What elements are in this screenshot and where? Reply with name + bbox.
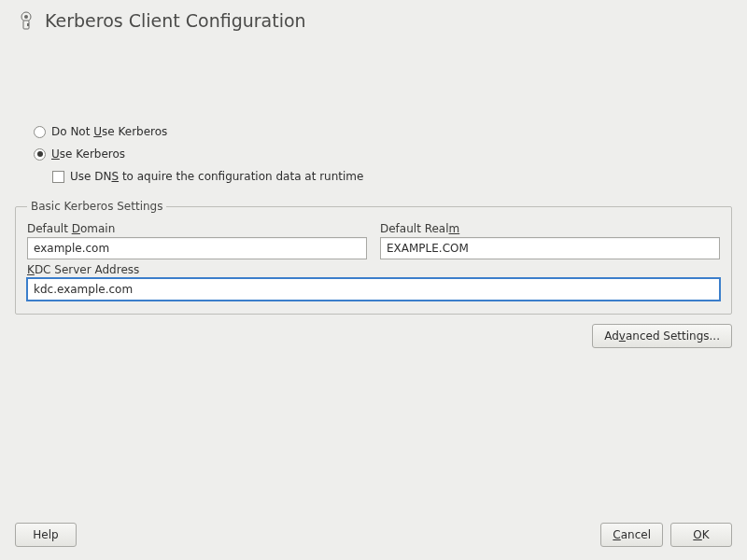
kerberos-icon — [15, 9, 37, 32]
radio-icon — [34, 126, 46, 138]
kdc-address-input[interactable] — [27, 278, 720, 301]
checkbox-icon — [52, 171, 64, 183]
basic-kerberos-settings-group: Basic Kerberos Settings Default Domain D… — [15, 200, 732, 315]
radio-icon — [34, 148, 46, 161]
svg-point-1 — [24, 15, 28, 19]
radio-label: Do Not Use Kerberos — [51, 125, 167, 138]
cancel-button[interactable]: Cancel — [600, 523, 663, 547]
kdc-address-label: KDC Server Address — [27, 263, 720, 276]
checkbox-use-dns[interactable]: Use DNS to aquire the configuration data… — [52, 170, 732, 183]
page-title: Kerberos Client Configuration — [45, 10, 306, 31]
kerberos-config-window: Kerberos Client Configuration Do Not Use… — [0, 0, 747, 560]
default-realm-input[interactable] — [380, 237, 720, 259]
radio-use-kerberos[interactable]: Use Kerberos — [34, 147, 732, 161]
kerberos-mode-options: Do Not Use Kerberos Use Kerberos Use DNS… — [34, 125, 732, 183]
radio-label: Use Kerberos — [51, 147, 125, 161]
default-domain-label: Default Domain — [27, 222, 367, 235]
window-title-row: Kerberos Client Configuration — [15, 9, 732, 32]
radio-do-not-use-kerberos[interactable]: Do Not Use Kerberos — [34, 125, 732, 138]
checkbox-label: Use DNS to aquire the configuration data… — [70, 170, 363, 183]
svg-rect-3 — [27, 23, 29, 26]
default-domain-input[interactable] — [27, 237, 367, 259]
ok-button[interactable]: OK — [670, 523, 732, 547]
default-realm-label: Default Realm — [380, 222, 720, 235]
help-button[interactable]: Help — [15, 523, 77, 547]
dialog-footer: Help Cancel OK — [15, 523, 732, 547]
advanced-settings-button[interactable]: Advanced Settings... — [592, 324, 732, 348]
group-legend: Basic Kerberos Settings — [27, 200, 166, 213]
